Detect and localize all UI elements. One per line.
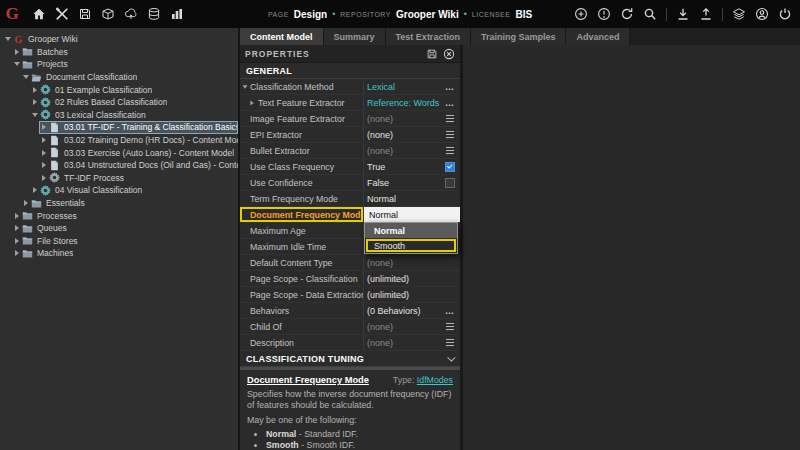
plus-circle-icon[interactable] — [574, 7, 588, 21]
tree-item-row[interactable]: 01 Example Classification — [30, 83, 238, 96]
property-value[interactable]: (unlimited) — [364, 271, 440, 286]
tree-item-row[interactable]: GGrooper Wiki — [3, 33, 238, 46]
menu-button[interactable] — [446, 147, 454, 154]
property-expander[interactable] — [250, 100, 253, 105]
property-value[interactable]: Normal — [364, 207, 460, 222]
ellipsis-button[interactable]: … — [445, 82, 455, 92]
property-value[interactable]: (none) — [364, 255, 440, 270]
save-floppy-icon[interactable] — [426, 48, 438, 60]
property-expander[interactable] — [242, 85, 247, 88]
idfmodes-link[interactable]: IdfModes — [417, 375, 453, 385]
download-icon[interactable] — [676, 7, 690, 21]
tree-expander[interactable] — [39, 137, 48, 143]
property-value[interactable]: Lexical — [364, 79, 440, 94]
tree-expander[interactable] — [30, 87, 39, 93]
search-icon[interactable] — [643, 7, 657, 21]
upload-icon[interactable] — [699, 7, 713, 21]
repository-selector[interactable]: Grooper Wiki — [396, 9, 459, 20]
property-value[interactable]: False — [364, 175, 440, 190]
dropdown-option-smooth[interactable]: Smooth — [365, 238, 457, 253]
property-value[interactable]: True — [364, 159, 440, 174]
user-icon[interactable] — [755, 7, 769, 21]
page-selector[interactable]: Design — [294, 9, 327, 20]
tree-item-row[interactable]: 02 Rules Based Classification — [30, 96, 238, 109]
menu-button[interactable] — [446, 131, 454, 138]
tree-expander[interactable] — [39, 162, 48, 168]
tree-item-row[interactable]: Projects — [12, 58, 238, 71]
cloud-upload-icon[interactable] — [124, 7, 138, 21]
layers-icon[interactable] — [732, 7, 746, 21]
save-icon[interactable] — [78, 7, 92, 21]
home-icon[interactable] — [32, 7, 46, 21]
tree-expander[interactable] — [30, 99, 39, 105]
tree-item-row[interactable]: Processes — [12, 209, 238, 222]
menu-button[interactable] — [446, 115, 454, 122]
tree-item-selected[interactable]: 03.01 TF-IDF - Training & Classification… — [39, 121, 238, 134]
refresh-icon[interactable] — [620, 7, 634, 21]
tree-item-row[interactable]: File Stores — [12, 235, 238, 248]
tree-item-row[interactable]: Essentials — [21, 197, 238, 210]
ellipsis-button[interactable]: … — [445, 306, 455, 316]
tree-item-label: 03.02 Training Demo (HR Docs) - Content … — [64, 135, 238, 145]
tree-expander[interactable] — [39, 150, 48, 156]
tree-item-row[interactable]: 03.03 Exercise (Auto Loans) - Content Mo… — [39, 146, 238, 159]
tree-item-row[interactable]: 04 Visual Classification — [30, 184, 238, 197]
tree-item-row[interactable]: Document Classification — [21, 71, 238, 84]
tree-expander[interactable] — [12, 213, 21, 219]
archive-icon[interactable] — [147, 7, 161, 21]
grooper-logo-icon[interactable]: G — [0, 0, 24, 28]
tree-expander[interactable] — [12, 225, 21, 231]
property-value[interactable]: (none) — [364, 143, 440, 158]
tree-expander[interactable] — [30, 187, 39, 193]
tree-item-row[interactable]: Queues — [12, 222, 238, 235]
property-value[interactable]: (none) — [364, 335, 440, 350]
tree-expander[interactable] — [39, 124, 48, 130]
tree-item-row[interactable]: 03.04 Unstructured Docs (Oil and Gas) - … — [39, 159, 238, 172]
package-icon[interactable] — [101, 7, 115, 21]
property-section-header[interactable]: CLASSIFICATION TUNING — [240, 351, 460, 367]
tree-expander[interactable] — [12, 238, 21, 244]
close-circle-icon[interactable] — [443, 48, 455, 60]
property-value[interactable]: (none) — [364, 127, 440, 142]
checkbox-checked[interactable] — [445, 162, 455, 172]
property-section-header[interactable]: GENERAL — [240, 63, 460, 79]
tree-item-row[interactable]: Batches — [12, 46, 238, 59]
bar-chart-icon[interactable] — [170, 7, 184, 21]
tab-content-model[interactable]: Content Model — [240, 28, 324, 45]
property-value[interactable]: Normal — [364, 191, 440, 206]
tree-expander[interactable] — [21, 75, 30, 79]
alert-circle-icon[interactable] — [597, 7, 611, 21]
property-value[interactable]: (none) — [364, 111, 440, 126]
tab-summary[interactable]: Summary — [324, 28, 386, 45]
property-label: Default Content Type — [240, 255, 364, 270]
dropdown-option-normal[interactable]: Normal — [365, 223, 457, 238]
tab-training-samples[interactable]: Training Samples — [471, 28, 567, 45]
tree-item-row[interactable]: 03.02 Training Demo (HR Docs) - Content … — [39, 134, 238, 147]
property-label-text: Classification Method — [250, 82, 334, 92]
checkbox-unchecked[interactable] — [445, 178, 455, 188]
tree-expander[interactable] — [12, 250, 21, 256]
main-area: GGrooper WikiBatchesProjectsDocument Cla… — [0, 28, 800, 450]
property-value[interactable]: (unlimited) — [364, 287, 440, 302]
menu-button[interactable] — [446, 339, 454, 346]
tree-expander[interactable] — [12, 62, 21, 66]
property-value[interactable]: Reference: Words — [364, 95, 440, 110]
tools-icon[interactable] — [55, 7, 69, 21]
tree-item-row[interactable]: 03 Lexical Classification — [30, 109, 238, 122]
property-value[interactable]: (none) — [364, 319, 440, 334]
tab-advanced[interactable]: Advanced — [566, 28, 630, 45]
menu-button[interactable] — [446, 323, 454, 330]
tree-item-row[interactable]: Machines — [12, 247, 238, 260]
property-button-cell — [440, 127, 460, 142]
tree-expander[interactable] — [3, 37, 12, 41]
tree-expander[interactable] — [12, 49, 21, 55]
power-icon[interactable] — [778, 7, 792, 21]
tree-expander[interactable] — [30, 113, 39, 117]
property-row-behaviors: Behaviors(0 Behaviors)… — [240, 303, 460, 319]
tree-expander[interactable] — [39, 175, 48, 181]
tab-test-extraction[interactable]: Test Extraction — [386, 28, 471, 45]
ellipsis-button[interactable]: … — [445, 98, 455, 108]
property-value[interactable]: (0 Behaviors) — [364, 303, 440, 318]
tree-item-row[interactable]: TF-IDF Process — [39, 172, 238, 185]
tree-expander[interactable] — [21, 200, 30, 206]
